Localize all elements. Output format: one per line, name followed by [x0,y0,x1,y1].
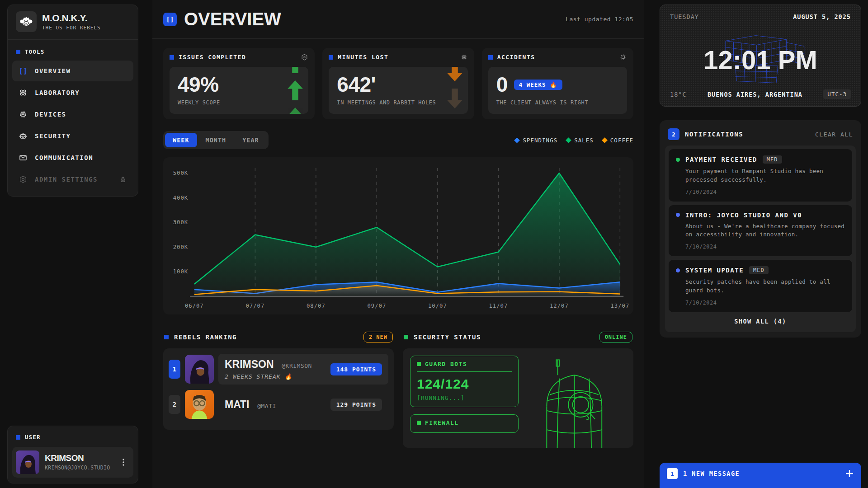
legend-spendings: SPENDINGS [515,137,557,144]
sidebar-item-devices[interactable]: DEVICES [12,104,133,125]
firewall-box: FIREWALL [410,414,519,433]
sidebar-item-admin-settings[interactable]: ADMIN SETTINGS [12,169,133,190]
sidebar-item-security[interactable]: SECURITY [12,126,133,146]
stat-body: 642' IN MEETINGS AND RABBIT HOLES [329,67,467,114]
hex-nut-icon [19,175,28,184]
ranking-list: 1 KRIMSON @KRIMSON [163,348,394,430]
sidebar-item-laboratory[interactable]: LABORATORY [12,82,133,103]
robot-icon [19,131,28,141]
hex-nut-settings-icon[interactable] [301,53,308,61]
notifications-list: PAYMENT RECEIVED MED Your payment to Ram… [665,145,856,332]
app-title: M.O.N.K.Y. [42,13,101,23]
svg-text:06/07: 06/07 [185,303,204,309]
guard-bots-header: GUARD BOTS [417,361,512,372]
user-menu-kebab-icon[interactable] [117,455,130,469]
weekday: TUESDAY [670,13,699,20]
security-boxes: GUARD BOTS 124/124 [RUNNING...] FIREWALL [410,356,519,441]
avatar [185,355,214,384]
priority-badge: MED [749,266,769,274]
logo-text: M.O.N.K.Y. THE OS FOR REBELS [42,13,101,30]
stats-row: ISSUES COMPLETED 49% WEEKLY SCOPE [163,48,633,119]
legend-sales: SALES [566,137,594,144]
stat-card-minutes: MINUTES LOST 642' IN MEETINGS AND RABBIT… [322,48,474,119]
sidebar-item-overview[interactable]: [] OVERVIEW [12,61,133,81]
sidebar-nav-card: M.O.N.K.Y. THE OS FOR REBELS TOOLS [] OV… [7,5,138,197]
user-avatar [16,450,39,474]
svg-text:400K: 400K [173,194,188,201]
trend-up-arrows-icon [288,67,303,114]
accidents-value-row: 0 4 WEEKS 🔥 [496,74,619,95]
green-square-bullet [404,335,408,339]
points-badge: 148 POINTS [330,363,382,375]
clear-all-button[interactable]: CLEAR ALL [815,131,853,138]
blue-square-bullet [16,50,20,54]
security-status-section: SECURITY STATUS ONLINE GUARD BOTS 124/12… [403,332,633,448]
chart-legend: SPENDINGS SALES COFFEE [515,137,633,144]
trend-down-arrows-icon [447,67,462,114]
rebels-ranking-section: REBELS RANKING 2 NEW 1 [163,332,394,448]
notification-body: About us - We're a healthcare company fo… [685,222,845,239]
issues-label: WEEKLY SCOPE [178,99,300,106]
notifications-count-badge: 2 [668,128,679,140]
notification-date: 7/10/2024 [685,244,845,250]
timezone-badge: UTC-3 [823,89,851,99]
svg-text:10/07: 10/07 [428,303,447,309]
notification-payment-received[interactable]: PAYMENT RECEIVED MED Your payment to Ram… [669,149,852,202]
blue-square-bullet [16,435,20,440]
rebel-handle: @KRIMSON [282,362,312,369]
guard-bot-wireframe-art [527,356,626,441]
rebel-handle: @MATI [257,403,276,409]
ranking-name-block: MATI @MATI [225,399,276,411]
last-updated: Last updated 12:05 [566,16,633,23]
notification-body: Your payment to Rampant Studio has been … [685,167,845,184]
notification-body: Security patches have been applied to al… [685,278,845,295]
brackets-icon: [] [19,66,28,75]
stat-body: 49% WEEKLY SCOPE [170,67,308,114]
notification-date: 7/10/2024 [685,189,845,195]
tab-week[interactable]: WEEK [165,133,197,147]
notification-system-update[interactable]: SYSTEM UPDATE MED Security patches have … [669,260,852,312]
user-info: KRIMSON KRIMSON@JOYCO.STUDIO [45,454,110,471]
user-row: KRIMSON KRIMSON@JOYCO.STUDIO [12,447,133,478]
svg-text:500K: 500K [173,170,188,176]
notifications-panel: 2 NOTIFICATIONS CLEAR ALL PAYMENT RECEIV… [660,120,861,338]
legend-coffee: COFFEE [603,137,633,144]
status-dot [676,213,680,217]
svg-text:12/07: 12/07 [550,303,569,309]
message-count-badge: 1 [667,468,678,479]
sidebar-item-communication[interactable]: COMMUNICATION [12,147,133,168]
gear-settings-icon[interactable] [619,53,627,61]
notification-title-row: PAYMENT RECEIVED MED [676,155,845,164]
ranking-row-1[interactable]: 1 KRIMSON @KRIMSON [169,354,388,385]
status-dot [676,158,680,162]
location: BUENOS AIRES, ARGENTINA [687,91,824,98]
security-panel: GUARD BOTS 124/124 [RUNNING...] FIREWALL [403,348,633,448]
app-subtitle: THE OS FOR REBELS [42,25,101,31]
rank-badge: 1 [169,360,180,379]
issues-value: 49% [178,74,300,95]
show-all-button[interactable]: SHOW ALL (4) [669,312,852,328]
notifications-title: NOTIFICATIONS [685,131,743,138]
new-count-badge: 2 NEW [363,332,393,343]
diamond-icon [566,137,571,143]
notification-intro-joyco[interactable]: INTRO: JOYCO STUDIO AND V0 About us - We… [669,205,852,257]
notification-title-row: SYSTEM UPDATE MED [676,266,845,274]
user-email: KRIMSON@JOYCO.STUDIO [45,465,110,471]
new-message-bar[interactable]: 1 1 NEW MESSAGE [660,463,861,488]
spendings-sales-coffee-chart: 100K200K300K400K500K06/0707/0708/0709/07… [168,163,629,312]
rebel-name: MATI [225,399,250,410]
chip-settings-icon[interactable] [460,53,468,61]
clock-card: TUESDAY AUGUST 5, 2025 12:01 PM 18°C BUE… [660,5,861,107]
tab-month[interactable]: MONTH [198,133,234,147]
blue-square-bullet [170,55,174,60]
rebel-name: KRIMSON [225,358,274,370]
guard-bots-box: GUARD BOTS 124/124 [RUNNING...] [410,356,519,407]
ranking-row-2[interactable]: 2 MATI [169,390,388,419]
stat-header: ACCIDENTS [488,53,627,61]
rank-badge: 2 [169,395,180,414]
tab-year[interactable]: YEAR [235,133,267,147]
minutes-value: 642' [337,74,459,95]
mail-icon [19,153,28,162]
chart-card: 100K200K300K400K500K06/0707/0708/0709/07… [163,157,633,314]
plus-icon[interactable] [845,469,854,478]
